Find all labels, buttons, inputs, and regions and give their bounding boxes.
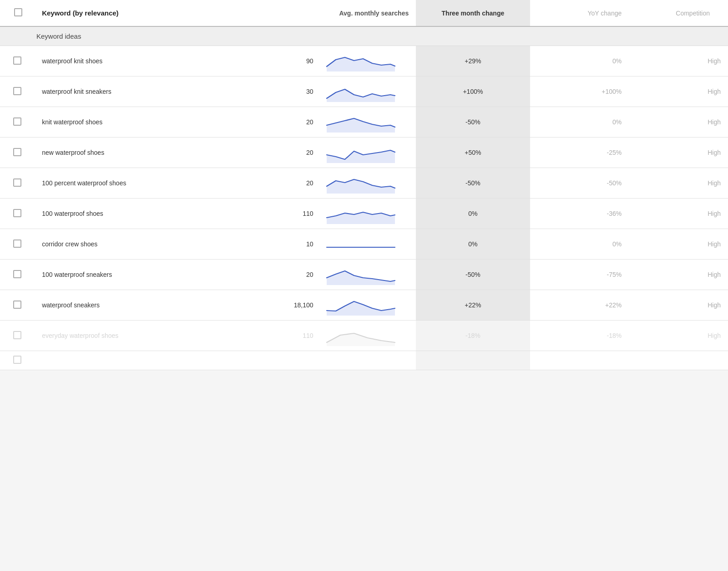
row-checkbox-extra[interactable] (0, 351, 35, 370)
table-row: waterproof knit sneakers 30 +100% +100% … (0, 76, 728, 107)
yoy-change-value: -36% (530, 199, 629, 229)
competition-value: High (629, 76, 728, 107)
avg-searches-value: 110 (248, 199, 317, 229)
competition-value: High (629, 321, 728, 351)
row-checkbox-1[interactable] (0, 76, 35, 107)
sparkline-cell (317, 229, 416, 260)
keyword-ideas-label: Keyword ideas (0, 26, 728, 46)
checkbox-box-0[interactable] (13, 56, 21, 65)
checkbox-box-3[interactable] (13, 148, 21, 156)
competition-value: High (629, 138, 728, 168)
keyword-cell: waterproof knit shoes (35, 46, 248, 76)
row-checkbox-3[interactable] (0, 138, 35, 168)
row-checkbox-8[interactable] (0, 290, 35, 321)
sparkline-cell (317, 107, 416, 138)
three-month-change-value: +29% (416, 46, 530, 76)
yoy-change-value: +22% (530, 290, 629, 321)
checkbox-box-extra[interactable] (13, 356, 21, 364)
table-row: new waterproof shoes 20 +50% -25% High (0, 138, 728, 168)
three-month-change-value: 0% (416, 199, 530, 229)
checkbox-box-8[interactable] (13, 301, 21, 309)
yoy-change-value: -50% (530, 168, 629, 199)
competition-value: High (629, 168, 728, 199)
yoy-change-value: 0% (530, 229, 629, 260)
row-checkbox-5[interactable] (0, 199, 35, 229)
row-checkbox-4[interactable] (0, 168, 35, 199)
three-month-change-value: +100% (416, 76, 530, 107)
sparkline-partial (317, 351, 416, 370)
row-checkbox-0[interactable] (0, 46, 35, 76)
header-checkbox-box[interactable] (14, 8, 22, 16)
avg-searches-value: 20 (248, 168, 317, 199)
avg-searches-value: 20 (248, 260, 317, 290)
three-month-change-value: -50% (416, 260, 530, 290)
three-month-change-value: +22% (416, 290, 530, 321)
table-row: everyday waterproof shoes 110 -18% -18% … (0, 321, 728, 351)
checkbox-box-6[interactable] (13, 240, 21, 248)
avg-searches-value: 10 (248, 229, 317, 260)
three-month-change-value: -50% (416, 107, 530, 138)
keyword-ideas-section-header: Keyword ideas (0, 26, 728, 46)
sparkline-cell (317, 76, 416, 107)
yoy-change-value: +100% (530, 76, 629, 107)
table-row-partial (0, 351, 728, 370)
checkbox-box-4[interactable] (13, 178, 21, 187)
three-month-change-value: -18% (416, 321, 530, 351)
yoy-partial (530, 351, 629, 370)
yoy-change-value: -75% (530, 260, 629, 290)
sparkline-cell (317, 168, 416, 199)
avg-searches-value: 110 (248, 321, 317, 351)
yoy-change-value: 0% (530, 107, 629, 138)
yoy-change-value: -18% (530, 321, 629, 351)
keyword-cell: waterproof knit sneakers (35, 76, 248, 107)
avg-searches-value: 20 (248, 138, 317, 168)
comp-partial (629, 351, 728, 370)
three-month-change-value: +50% (416, 138, 530, 168)
sparkline-cell (317, 321, 416, 351)
row-checkbox-6[interactable] (0, 229, 35, 260)
competition-value: High (629, 199, 728, 229)
keyword-cell: 100 waterproof sneakers (35, 260, 248, 290)
yoy-change-value: 0% (530, 46, 629, 76)
checkbox-box-7[interactable] (13, 270, 21, 278)
keyword-cell: corridor crew shoes (35, 229, 248, 260)
competition-value: High (629, 290, 728, 321)
keyword-cell: knit waterproof shoes (35, 107, 248, 138)
yoy-change-value: -25% (530, 138, 629, 168)
competition-value: High (629, 46, 728, 76)
row-checkbox-9[interactable] (0, 321, 35, 351)
competition-value: High (629, 107, 728, 138)
col-header-three-month: Three month change (416, 0, 530, 26)
row-checkbox-7[interactable] (0, 260, 35, 290)
checkbox-box-9[interactable] (13, 331, 21, 339)
table-row: 100 waterproof shoes 110 0% -36% High (0, 199, 728, 229)
keyword-cell: everyday waterproof shoes (35, 321, 248, 351)
checkbox-box-1[interactable] (13, 87, 21, 95)
select-all-checkbox[interactable] (0, 0, 35, 26)
keyword-cell: 100 waterproof shoes (35, 199, 248, 229)
sparkline-cell (317, 290, 416, 321)
sparkline-cell (317, 260, 416, 290)
checkbox-box-5[interactable] (13, 209, 21, 217)
col-header-competition: Competition (629, 0, 728, 26)
checkbox-box-2[interactable] (13, 117, 21, 126)
sparkline-cell (317, 138, 416, 168)
table-row: 100 percent waterproof shoes 20 -50% -50… (0, 168, 728, 199)
col-header-keyword: Keyword (by relevance) (35, 0, 248, 26)
keyword-cell: new waterproof shoes (35, 138, 248, 168)
avg-searches-value: 18,100 (248, 290, 317, 321)
sparkline-cell (317, 46, 416, 76)
sparkline-cell (317, 199, 416, 229)
keyword-cell: waterproof sneakers (35, 290, 248, 321)
col-header-yoy: YoY change (530, 0, 629, 26)
avg-searches-value: 30 (248, 76, 317, 107)
three-partial (416, 351, 530, 370)
table-header-row: Keyword (by relevance) Avg. monthly sear… (0, 0, 728, 26)
keyword-cell: 100 percent waterproof shoes (35, 168, 248, 199)
keyword-table: Keyword (by relevance) Avg. monthly sear… (0, 0, 728, 370)
competition-value: High (629, 229, 728, 260)
avg-searches-value: 20 (248, 107, 317, 138)
row-checkbox-2[interactable] (0, 107, 35, 138)
keyword-table-container: Keyword (by relevance) Avg. monthly sear… (0, 0, 728, 370)
avg-searches-value: 90 (248, 46, 317, 76)
